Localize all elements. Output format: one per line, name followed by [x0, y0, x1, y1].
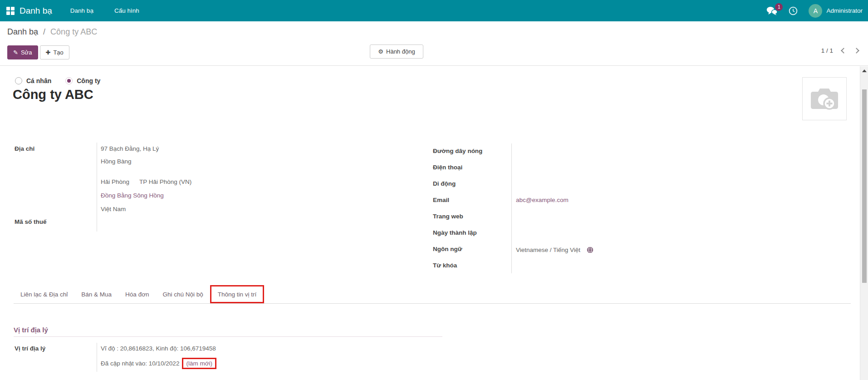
- edit-button-label: Sửa: [21, 49, 32, 56]
- address-district: Hồng Bàng: [101, 158, 132, 165]
- tab-geolocation-annotated[interactable]: Thông tin vị trí: [210, 285, 265, 303]
- field-separator: [97, 143, 97, 232]
- radio-company[interactable]: [65, 77, 73, 84]
- breadcrumb: Danh bạ / Công ty ABC: [7, 27, 97, 37]
- pager-count: 1 / 1: [821, 47, 833, 54]
- breadcrumb-current: Công ty ABC: [50, 27, 97, 36]
- geo-refresh-link[interactable]: (làm mới): [186, 360, 212, 367]
- top-navbar: Danh bạ Danh bạ Cấu hình 1 A: [0, 0, 868, 21]
- camera-plus-icon: [810, 87, 839, 111]
- tags-label: Từ khóa: [433, 262, 457, 269]
- section-underline: [14, 336, 442, 337]
- radio-company-label[interactable]: Công ty: [77, 77, 100, 84]
- action-button-label: Hành động: [386, 48, 415, 55]
- navbar-right-tools: 1 A Administrator: [766, 4, 863, 18]
- avatar: A: [809, 4, 822, 18]
- globe-icon[interactable]: [587, 247, 593, 253]
- address-state: TP Hải Phòng (VN): [139, 178, 191, 185]
- geolocation-coordinates: Vĩ độ : 20,8616823, Kinh độ: 106,6719458: [101, 345, 216, 352]
- edit-button[interactable]: ✎ Sửa: [7, 45, 38, 59]
- messages-icon[interactable]: 1: [766, 6, 778, 15]
- email-value-link[interactable]: abc@example.com: [516, 197, 569, 203]
- nav-menu-configuration[interactable]: Cấu hình: [111, 7, 143, 14]
- control-panel: Danh bạ / Công ty ABC ✎ Sửa ✚ Tạo ⚙ Hành…: [0, 21, 868, 66]
- address-label: Địa chỉ: [15, 145, 34, 152]
- pager-previous-icon[interactable]: [841, 48, 847, 54]
- breadcrumb-separator: /: [43, 27, 45, 36]
- vertical-scrollbar[interactable]: [860, 66, 868, 380]
- radio-individual-label[interactable]: Cá nhân: [26, 77, 51, 84]
- geolocation-field-label: Vị trí địa lý: [15, 345, 45, 352]
- field-separator: [97, 343, 97, 372]
- address-field-group: Địa chỉ 97 Bạch Đằng, Hạ Lý Hồng Bàng Hả…: [14, 141, 404, 232]
- geolocation-section-title: Vị trí địa lý: [14, 326, 48, 334]
- record-title: Công ty ABC: [13, 87, 93, 102]
- notebook-tabs: Liên lạc & Địa chỉ Bán & Mua Hóa đơn Ghi…: [14, 285, 851, 304]
- language-value-row: Vietnamese / Tiếng Việt: [516, 247, 593, 253]
- tab-internal-notes[interactable]: Ghi chú Nội bộ: [156, 285, 210, 303]
- radio-individual[interactable]: [15, 77, 22, 84]
- address-street: 97 Bạch Đằng, Hạ Lý: [101, 145, 159, 152]
- create-button[interactable]: ✚ Tạo: [40, 45, 69, 59]
- contact-field-group: Đường dây nóng Điện thoại Di động Email …: [432, 141, 740, 273]
- geolocation-updated-text: Đã cập nhật vào: 10/10/2022: [101, 360, 179, 367]
- tab-sales-purchase[interactable]: Bán & Mua: [74, 285, 118, 303]
- mobile-label: Di động: [433, 180, 456, 187]
- gear-icon: ⚙: [378, 49, 383, 54]
- email-label: Email: [433, 197, 449, 203]
- geolocation-updated-row: Đã cập nhật vào: 10/10/2022 (làm mới): [101, 358, 216, 369]
- field-separator: [511, 143, 512, 273]
- user-name: Administrator: [826, 7, 863, 14]
- clock-icon: [789, 6, 798, 15]
- action-button[interactable]: ⚙ Hành động: [370, 44, 423, 59]
- pager-next-icon[interactable]: [853, 48, 859, 54]
- address-city: Hải Phòng: [101, 178, 129, 185]
- plus-icon: ✚: [46, 49, 51, 55]
- hotline-label: Đường dây nóng: [433, 148, 482, 154]
- create-button-label: Tạo: [53, 49, 63, 56]
- address-city-row: Hải PhòngTP Hải Phòng (VN): [101, 178, 191, 185]
- user-menu[interactable]: A Administrator: [809, 4, 863, 18]
- website-label: Trang web: [433, 213, 463, 220]
- address-country: Việt Nam: [101, 206, 126, 212]
- refresh-annotated-box: (làm mới): [182, 358, 216, 369]
- nav-menu-contacts[interactable]: Danh bạ: [67, 7, 97, 14]
- activities-icon[interactable]: [789, 6, 798, 15]
- odoo-contact-form-screen: Danh bạ Danh bạ Cấu hình 1 A: [0, 0, 868, 380]
- scroll-up-arrow-icon[interactable]: [862, 69, 867, 72]
- breadcrumb-parent[interactable]: Danh bạ: [7, 27, 38, 36]
- tax-id-label: Mã số thuế: [15, 218, 47, 225]
- geolocation-field-group: Vị trí địa lý Vĩ độ : 20,8616823, Kinh đ…: [14, 341, 422, 373]
- pencil-icon: ✎: [13, 49, 18, 55]
- tab-contacts-addresses[interactable]: Liên lạc & Địa chỉ: [14, 285, 74, 303]
- tab-invoicing[interactable]: Hóa đơn: [118, 285, 156, 303]
- language-label: Ngôn ngữ: [433, 246, 462, 252]
- founded-date-label: Ngày thành lập: [433, 229, 477, 236]
- language-value: Vietnamese / Tiếng Việt: [516, 247, 580, 253]
- record-image-upload[interactable]: [802, 77, 847, 120]
- pager: 1 / 1: [821, 47, 858, 54]
- messages-count-badge: 1: [775, 3, 783, 11]
- address-region-link[interactable]: Đồng Bằng Sông Hồng: [101, 192, 164, 199]
- record-buttons: ✎ Sửa ✚ Tạo: [7, 45, 69, 59]
- company-type-radios: Cá nhân Công ty: [15, 77, 100, 84]
- phone-label: Điện thoại: [433, 164, 462, 171]
- scrollbar-thumb[interactable]: [862, 89, 867, 283]
- apps-grid-icon[interactable]: [6, 7, 15, 15]
- app-brand[interactable]: Danh bạ: [20, 6, 52, 16]
